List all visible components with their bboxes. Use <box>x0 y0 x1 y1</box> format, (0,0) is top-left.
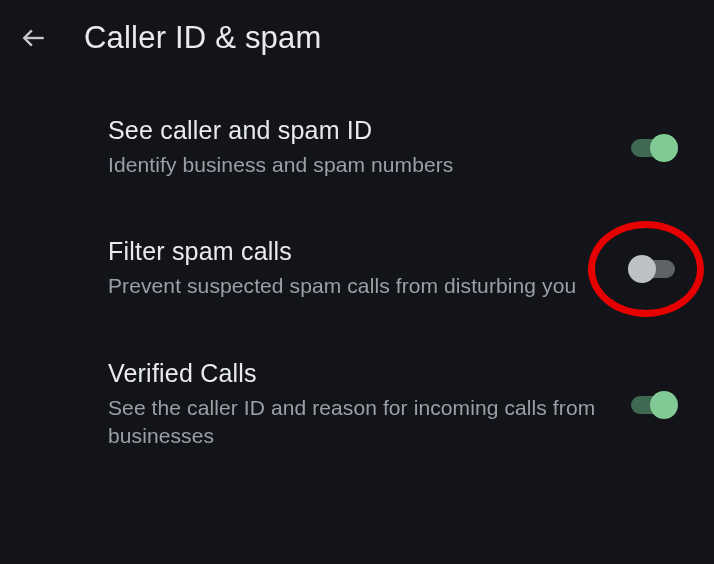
toggle-see-caller-id[interactable] <box>628 136 678 160</box>
toggle-thumb <box>650 134 678 162</box>
page-title: Caller ID & spam <box>84 20 322 56</box>
setting-text: See caller and spam ID Identify business… <box>108 116 628 179</box>
arrow-left-icon <box>21 25 47 51</box>
toggle-filter-spam[interactable] <box>628 257 678 281</box>
back-button[interactable] <box>14 18 54 58</box>
setting-title: Verified Calls <box>108 359 608 388</box>
header: Caller ID & spam <box>0 0 714 76</box>
toggle-thumb <box>628 255 656 283</box>
setting-title: See caller and spam ID <box>108 116 608 145</box>
setting-see-caller-id[interactable]: See caller and spam ID Identify business… <box>0 116 714 179</box>
settings-list: See caller and spam ID Identify business… <box>0 76 714 450</box>
toggle-thumb <box>650 391 678 419</box>
setting-subtitle: Prevent suspected spam calls from distur… <box>108 272 608 300</box>
setting-text: Verified Calls See the caller ID and rea… <box>108 359 628 451</box>
setting-verified-calls[interactable]: Verified Calls See the caller ID and rea… <box>0 359 714 451</box>
toggle-verified-calls[interactable] <box>628 393 678 417</box>
setting-subtitle: Identify business and spam numbers <box>108 151 608 179</box>
setting-text: Filter spam calls Prevent suspected spam… <box>108 237 628 300</box>
setting-title: Filter spam calls <box>108 237 608 266</box>
setting-filter-spam[interactable]: Filter spam calls Prevent suspected spam… <box>0 237 714 300</box>
setting-subtitle: See the caller ID and reason for incomin… <box>108 394 608 451</box>
